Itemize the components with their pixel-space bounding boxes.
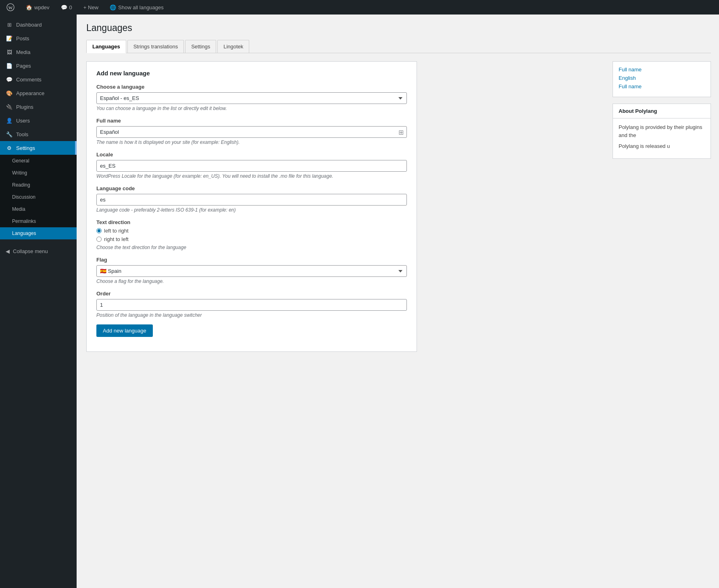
choose-language-group: Choose a language Español - es_ES You ca… <box>96 84 407 111</box>
sidebar-label-tools: Tools <box>16 131 28 137</box>
sidebar-label-posts: Posts <box>16 35 29 42</box>
wp-logo[interactable]: W <box>4 3 17 11</box>
order-label: Order <box>96 291 407 297</box>
about-widget-title: About Polylang <box>613 104 711 118</box>
sidebar-item-general[interactable]: General <box>0 155 77 167</box>
page-title: Languages <box>86 23 711 33</box>
about-text-2: Polylang is released u <box>619 142 705 150</box>
tab-lingotek[interactable]: Lingotek <box>217 40 249 53</box>
sidebar-item-media-settings[interactable]: Media <box>0 203 77 215</box>
form-title: Add new language <box>96 70 407 77</box>
language-code-group: Language code Language code - preferably… <box>96 185 407 213</box>
language-code-input[interactable] <box>96 194 407 206</box>
sidebar-label-comments: Comments <box>16 77 42 83</box>
sidebar-item-pages[interactable]: 📄 Pages <box>0 59 77 73</box>
submit-group: Add new language <box>96 324 407 337</box>
about-polylang-widget: About Polylang Polylang is provided by t… <box>613 104 711 159</box>
home-icon: 🏠 <box>26 4 32 10</box>
full-name-input[interactable] <box>96 126 407 138</box>
text-direction-group: Text direction left to right right to le… <box>96 219 407 250</box>
full-name-group: Full name ⊞ The name is how it is displa… <box>96 118 407 145</box>
site-name[interactable]: 🏠 wpdev <box>23 4 52 10</box>
sidebar-item-media[interactable]: 🖼 Media <box>0 45 77 59</box>
tools-icon: 🔧 <box>6 131 13 138</box>
tab-settings[interactable]: Settings <box>185 40 216 53</box>
collapse-icon: ◀ <box>6 248 10 254</box>
sidebar-label-appearance: Appearance <box>16 90 44 96</box>
languages-icon: 🌐 <box>110 4 116 10</box>
radio-ltr[interactable] <box>96 228 102 233</box>
locale-hint: WordPress Locale for the language (for e… <box>96 173 407 179</box>
show-all-languages-button[interactable]: 🌐 Show all languages <box>107 4 166 10</box>
form-area: Add new language Choose a language Españ… <box>86 61 598 352</box>
sidebar-item-appearance[interactable]: 🎨 Appearance <box>0 86 77 100</box>
translate-icon: ⊞ <box>398 128 404 136</box>
english-link[interactable]: English <box>619 75 705 81</box>
order-input[interactable] <box>96 299 407 311</box>
about-widget-body: Polylang is provided by their plugins an… <box>613 118 711 158</box>
radio-ltr-label[interactable]: left to right <box>96 228 407 234</box>
full-name-input-wrapper: ⊞ <box>96 126 407 138</box>
radio-rtl[interactable] <box>96 237 102 242</box>
full-name-link-1[interactable]: Full name <box>619 66 705 73</box>
locale-label: Locale <box>96 152 407 158</box>
sidebar-label-plugins: Plugins <box>16 104 33 110</box>
sidebar-item-settings[interactable]: ⚙ Settings <box>0 141 77 155</box>
language-code-label: Language code <box>96 185 407 191</box>
locale-group: Locale WordPress Locale for the language… <box>96 152 407 179</box>
text-direction-label: Text direction <box>96 219 407 225</box>
language-code-hint: Language code - preferably 2-letters ISO… <box>96 207 407 213</box>
svg-text:W: W <box>8 5 13 10</box>
full-name-label: Full name <box>96 118 407 124</box>
add-language-button[interactable]: Add new language <box>96 324 153 337</box>
add-language-form: Add new language Choose a language Españ… <box>86 61 417 352</box>
choose-language-select[interactable]: Español - es_ES <box>96 92 407 104</box>
sidebar-item-plugins[interactable]: 🔌 Plugins <box>0 100 77 114</box>
comments-link[interactable]: 💬 0 <box>58 4 75 10</box>
new-button[interactable]: + New <box>81 4 101 10</box>
tab-strings[interactable]: Strings translations <box>127 40 184 53</box>
appearance-icon: 🎨 <box>6 89 13 97</box>
tab-languages[interactable]: Languages <box>86 40 126 53</box>
sidebar-item-languages[interactable]: Languages <box>0 227 77 239</box>
sidebar-item-reading[interactable]: Reading <box>0 179 77 191</box>
about-text-1: Polylang is provided by their plugins an… <box>619 123 705 139</box>
tabs: Languages Strings translations Settings … <box>86 40 711 53</box>
users-icon: 👤 <box>6 117 13 124</box>
comments-sidebar-icon: 💬 <box>6 76 13 83</box>
choose-language-label: Choose a language <box>96 84 407 90</box>
radio-rtl-label[interactable]: right to left <box>96 236 407 242</box>
pages-icon: 📄 <box>6 62 13 69</box>
flag-group: Flag 🇪🇸 Spain Choose a flag for the lang… <box>96 257 407 284</box>
sidebar-label-users: Users <box>16 118 30 124</box>
languages-widget-body: Full name English Full name <box>613 62 711 97</box>
flag-select[interactable]: 🇪🇸 Spain <box>96 265 407 277</box>
sidebar-label-dashboard: Dashboard <box>16 22 42 28</box>
order-hint: Position of the language in the language… <box>96 312 407 318</box>
sidebar-label-settings: Settings <box>16 145 35 151</box>
sidebar-item-writing[interactable]: Writing <box>0 167 77 179</box>
sidebar-item-posts[interactable]: 📝 Posts <box>0 31 77 45</box>
plugins-icon: 🔌 <box>6 103 13 110</box>
locale-input[interactable] <box>96 160 407 172</box>
sidebar-item-comments[interactable]: 💬 Comments <box>0 73 77 86</box>
flag-hint: Choose a flag for the language. <box>96 278 407 284</box>
sidebar-item-tools[interactable]: 🔧 Tools <box>0 127 77 141</box>
content-area: Add new language Choose a language Españ… <box>86 61 711 352</box>
sidebar: ⊞ Dashboard 📝 Posts 🖼 Media 📄 Pages 💬 Co… <box>0 15 77 588</box>
media-icon: 🖼 <box>6 48 13 56</box>
flag-label: Flag <box>96 257 407 263</box>
choose-language-hint: You can choose a language in the list or… <box>96 106 407 111</box>
dashboard-icon: ⊞ <box>6 21 13 28</box>
sidebar-item-dashboard[interactable]: ⊞ Dashboard <box>0 18 77 31</box>
collapse-menu-button[interactable]: ◀ Collapse menu <box>0 243 77 259</box>
right-sidebar: Full name English Full name About Polyla… <box>606 61 711 165</box>
order-group: Order Position of the language in the la… <box>96 291 407 318</box>
sidebar-item-discussion[interactable]: Discussion <box>0 191 77 203</box>
text-direction-ltr: left to right right to left <box>96 228 407 242</box>
comments-icon: 💬 <box>61 4 67 10</box>
posts-icon: 📝 <box>6 35 13 42</box>
sidebar-item-permalinks[interactable]: Permalinks <box>0 215 77 227</box>
full-name-link-2[interactable]: Full name <box>619 83 705 89</box>
sidebar-item-users[interactable]: 👤 Users <box>0 114 77 127</box>
